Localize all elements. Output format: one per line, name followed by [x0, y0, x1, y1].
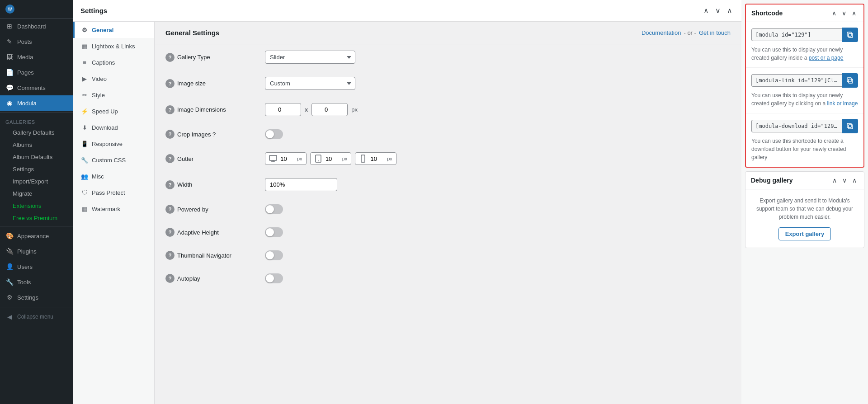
shortcode-basic-copy[interactable]: [842, 28, 858, 42]
sidebar-item-media[interactable]: 🖼 Media: [0, 49, 73, 65]
dimension-height-input[interactable]: [311, 103, 348, 116]
image-dimensions-help[interactable]: ?: [165, 105, 175, 114]
left-nav-speed-up[interactable]: ⚡ Speed Up: [73, 103, 154, 119]
copy-icon-2: [846, 77, 854, 84]
left-nav-pass-protect[interactable]: 🛡 Pass Protect: [73, 184, 154, 201]
general-nav-icon: ⚙: [81, 26, 88, 33]
shortcode-link-input[interactable]: [751, 74, 842, 87]
crop-images-track[interactable]: [265, 129, 283, 139]
powered-by-track[interactable]: [265, 204, 283, 214]
debug-nav-down[interactable]: ∨: [840, 176, 849, 184]
documentation-link[interactable]: Documentation: [642, 29, 681, 36]
left-nav-custom-css[interactable]: 🔧 Custom CSS: [73, 152, 154, 168]
sidebar-item-migrate[interactable]: Migrate: [0, 188, 73, 200]
sidebar-item-posts[interactable]: ✎ Posts: [0, 34, 73, 49]
left-nav-video[interactable]: ▶ Video: [73, 70, 154, 87]
adaptive-height-track[interactable]: [265, 227, 283, 237]
shortcode-basic-input[interactable]: [751, 28, 842, 41]
left-nav-lightbox[interactable]: ▦ Lightbox & Links: [73, 38, 154, 54]
sidebar-item-albums[interactable]: Albums: [0, 139, 73, 151]
left-nav-watermark[interactable]: ▦ Watermark: [73, 201, 154, 217]
left-nav-responsive[interactable]: 📱 Responsive: [73, 136, 154, 152]
sidebar-item-plugins[interactable]: 🔌 Plugins: [0, 244, 73, 259]
autoplay-help[interactable]: ?: [165, 274, 175, 283]
sidebar-item-import-export[interactable]: Import/Export: [0, 175, 73, 188]
shortcode-download-desc: You can use this shortcode to create a d…: [751, 137, 858, 161]
svg-rect-7: [849, 33, 853, 38]
sidebar-item-wp-settings[interactable]: ⚙ Settings: [0, 290, 73, 305]
autoplay-track[interactable]: [265, 273, 283, 283]
shortcode-nav-up[interactable]: ∧: [830, 9, 838, 17]
settings-nav: ∧ ∨ ∧: [702, 5, 734, 16]
sidebar-item-tools[interactable]: 🔧 Tools: [0, 274, 73, 290]
sidebar-item-extensions[interactable]: Extensions: [0, 200, 73, 212]
contact-link[interactable]: Get in touch: [699, 29, 731, 36]
left-nav-general[interactable]: ⚙ General: [73, 22, 154, 38]
gutter-mobile-unit: px: [387, 156, 392, 161]
thumbnail-navigator-toggle[interactable]: [265, 250, 731, 260]
adaptive-height-toggle[interactable]: [265, 227, 731, 237]
gallery-type-help[interactable]: ?: [165, 53, 175, 62]
autoplay-thumb: [266, 274, 274, 282]
sidebar-item-pages[interactable]: 📄 Pages: [0, 65, 73, 80]
sidebar-item-comments[interactable]: 💬 Comments: [0, 80, 73, 95]
gutter-desktop-input[interactable]: [279, 155, 295, 162]
sidebar-item-gallery-defaults[interactable]: Gallery Defaults: [0, 127, 73, 139]
crop-images-toggle[interactable]: [265, 129, 731, 139]
gutter-tablet-input[interactable]: [324, 155, 340, 162]
left-nav-misc[interactable]: 👥 Misc: [73, 168, 154, 184]
gutter-row: ? Gutter px: [155, 146, 741, 172]
powered-by-toggle[interactable]: [265, 204, 731, 214]
nav-up-btn[interactable]: ∧: [702, 5, 711, 16]
thumbnail-navigator-help[interactable]: ?: [165, 251, 175, 260]
gutter-mobile-input[interactable]: [369, 155, 385, 162]
sidebar-item-album-defaults[interactable]: Album Defaults: [0, 151, 73, 163]
sidebar-item-settings[interactable]: Settings: [0, 163, 73, 175]
gallery-type-select[interactable]: Slider Grid Masonry Custom Grid: [265, 51, 355, 64]
right-panel: Shortcode ∧ ∨ ∧: [741, 0, 868, 404]
nav-expand-btn[interactable]: ∧: [725, 5, 734, 16]
shortcode-nav-down[interactable]: ∨: [840, 9, 848, 17]
thumbnail-navigator-track[interactable]: [265, 250, 283, 260]
width-help[interactable]: ?: [165, 180, 175, 189]
sidebar-item-label: Comments: [17, 85, 46, 91]
crop-images-help[interactable]: ?: [165, 130, 175, 139]
debug-nav-up[interactable]: ∧: [830, 176, 839, 184]
powered-by-help[interactable]: ?: [165, 205, 175, 214]
svg-point-6: [363, 161, 363, 162]
debug-nav-close[interactable]: ∧: [850, 176, 859, 184]
shortcode-link-copy[interactable]: [842, 73, 858, 88]
export-gallery-button[interactable]: Export gallery: [778, 227, 831, 240]
width-input[interactable]: [265, 178, 337, 191]
sidebar-item-users[interactable]: 👤 Users: [0, 259, 73, 274]
gutter-help[interactable]: ?: [165, 154, 175, 163]
shortcode-basic-link[interactable]: post or a page: [809, 55, 844, 61]
tablet-icon: [314, 155, 322, 163]
sidebar-item-modula[interactable]: ◉ Modula: [0, 95, 73, 111]
left-nav-style[interactable]: ✏ Style: [73, 87, 154, 103]
sidebar-divider-3: [0, 307, 73, 307]
debug-nav: ∧ ∨ ∧: [830, 176, 859, 184]
shortcode-nav-close[interactable]: ∧: [850, 9, 858, 17]
sidebar-item-dashboard[interactable]: ⊞ Dashboard: [0, 19, 73, 34]
left-nav-download[interactable]: ⬇ Download: [73, 119, 154, 136]
sidebar-item-appearance[interactable]: 🎨 Appearance: [0, 228, 73, 244]
shortcode-link-anchor[interactable]: link or image: [827, 100, 858, 107]
adaptive-height-help[interactable]: ?: [165, 228, 175, 237]
autoplay-toggle[interactable]: [265, 273, 731, 283]
image-size-select[interactable]: Custom Thumbnail Medium Large Full: [265, 77, 355, 90]
image-size-help[interactable]: ?: [165, 79, 175, 88]
left-nav-speed-up-label: Speed Up: [92, 108, 118, 115]
sidebar-item-free-vs-premium[interactable]: Free vs Premium: [0, 212, 73, 224]
galleries-section-label: Galleries: [0, 115, 73, 127]
albums-label: Albums: [13, 141, 32, 148]
nav-down-btn[interactable]: ∨: [713, 5, 722, 16]
dashboard-icon: ⊞: [5, 22, 14, 30]
left-nav-captions[interactable]: ≡ Captions: [73, 54, 154, 70]
svg-rect-10: [849, 79, 853, 83]
shortcode-download-copy[interactable]: [842, 119, 858, 133]
image-dimensions-control: x px: [265, 103, 731, 116]
shortcode-download-input[interactable]: [751, 120, 842, 132]
dimension-width-input[interactable]: [265, 103, 301, 116]
collapse-menu-button[interactable]: ◀ Collapse menu: [0, 309, 73, 324]
